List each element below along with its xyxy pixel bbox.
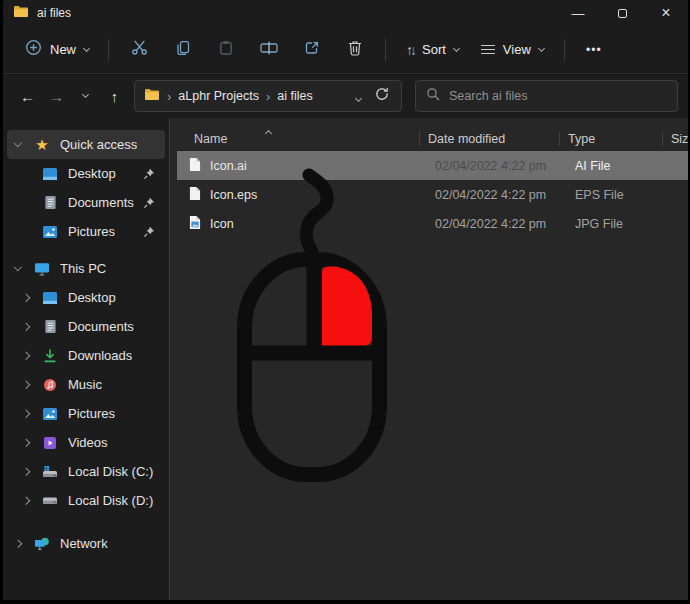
sidebar-item-local-disk-d[interactable]: Local Disk (D:) bbox=[7, 486, 165, 515]
back-button[interactable]: ← bbox=[13, 81, 42, 111]
sidebar-item-local-disk-c[interactable]: Local Disk (C:) bbox=[7, 457, 165, 486]
title-bar: ai files — × bbox=[3, 0, 688, 26]
folder-icon bbox=[144, 87, 160, 105]
close-button[interactable]: × bbox=[644, 0, 688, 26]
share-button[interactable] bbox=[290, 33, 333, 67]
chevron-right-icon[interactable] bbox=[22, 468, 30, 476]
up-arrow-icon: ↑ bbox=[111, 88, 119, 105]
chevron-right-icon[interactable] bbox=[22, 410, 30, 418]
pin-icon bbox=[143, 226, 155, 238]
delete-button[interactable] bbox=[333, 33, 376, 67]
downloads-icon bbox=[40, 349, 60, 363]
sidebar-item-label: Network bbox=[60, 536, 108, 551]
column-label: Size bbox=[671, 132, 688, 146]
column-header-date-modified[interactable]: Date modified bbox=[419, 126, 559, 151]
plus-circle-icon bbox=[25, 39, 42, 60]
file-name: Icon.ai bbox=[210, 159, 247, 173]
window-title: ai files bbox=[37, 6, 71, 20]
sidebar-item-desktop-pinned[interactable]: Desktop bbox=[7, 159, 165, 188]
sort-button[interactable]: ↑↓ Sort bbox=[395, 33, 470, 67]
videos-icon bbox=[40, 436, 60, 450]
file-type: EPS File bbox=[566, 188, 669, 202]
column-header-type[interactable]: Type bbox=[559, 126, 662, 151]
screenshot-frame: ai files — × New bbox=[0, 0, 690, 604]
maximize-icon bbox=[618, 9, 627, 18]
sidebar-item-label: Documents bbox=[68, 195, 134, 210]
sidebar-item-label: Desktop bbox=[68, 166, 116, 181]
pictures-icon bbox=[40, 225, 60, 239]
recent-locations-button[interactable] bbox=[71, 81, 100, 111]
sidebar-item-desktop[interactable]: Desktop bbox=[7, 283, 165, 312]
share-icon bbox=[304, 40, 320, 60]
disk-windows-icon bbox=[40, 465, 60, 479]
rename-button[interactable] bbox=[247, 33, 290, 67]
sidebar-item-videos[interactable]: Videos bbox=[7, 428, 165, 457]
sidebar-item-label: Pictures bbox=[68, 406, 115, 421]
sidebar-item-label: Downloads bbox=[68, 348, 132, 363]
chevron-right-icon[interactable] bbox=[22, 352, 30, 360]
maximize-button[interactable] bbox=[600, 0, 644, 26]
file-icon bbox=[189, 157, 201, 175]
view-button[interactable]: View bbox=[470, 33, 555, 67]
minimize-icon: — bbox=[572, 6, 585, 21]
column-headers: Name Date modified Type Size bbox=[170, 126, 688, 151]
file-date-modified: 02/04/2022 4:22 pm bbox=[426, 159, 566, 173]
breadcrumb-separator: › bbox=[167, 89, 171, 104]
file-row-icon-eps[interactable]: Icon.eps 02/04/2022 4:22 pm EPS File bbox=[177, 180, 688, 209]
file-row-icon-jpg[interactable]: Icon 02/04/2022 4:22 pm JPG File bbox=[177, 209, 688, 238]
refresh-button[interactable] bbox=[367, 87, 392, 105]
breadcrumb-separator: › bbox=[266, 89, 270, 104]
toolbar-separator bbox=[564, 39, 565, 61]
pin-icon bbox=[143, 168, 155, 180]
search-box[interactable] bbox=[415, 80, 678, 112]
chevron-right-icon[interactable] bbox=[22, 439, 30, 447]
sidebar-item-documents-pinned[interactable]: Documents bbox=[7, 188, 165, 217]
address-dropdown-button[interactable] bbox=[350, 87, 367, 105]
file-row-icon-ai[interactable]: Icon.ai 02/04/2022 4:22 pm AI File bbox=[177, 151, 688, 180]
mouse-right-button-highlight bbox=[322, 267, 372, 347]
desktop-icon bbox=[40, 167, 60, 181]
music-icon bbox=[40, 378, 60, 392]
chevron-right-icon[interactable] bbox=[14, 540, 22, 548]
chevron-right-icon[interactable] bbox=[22, 497, 30, 505]
file-name: Icon.eps bbox=[210, 188, 257, 202]
breadcrumb-segment-parent[interactable]: aLphr Projects bbox=[178, 89, 259, 103]
sidebar-item-label: Local Disk (D:) bbox=[68, 493, 153, 508]
search-input[interactable] bbox=[449, 89, 667, 103]
copy-button[interactable] bbox=[161, 33, 204, 67]
sidebar-item-quick-access[interactable]: ★ Quick access bbox=[7, 130, 165, 159]
sidebar-item-label: Music bbox=[68, 377, 102, 392]
chevron-down-icon bbox=[355, 95, 362, 102]
sidebar-item-network[interactable]: Network bbox=[7, 529, 165, 558]
forward-arrow-icon: → bbox=[49, 88, 64, 105]
paste-button[interactable] bbox=[204, 33, 247, 67]
chevron-right-icon[interactable] bbox=[22, 381, 30, 389]
sidebar-item-label: Videos bbox=[68, 435, 108, 450]
column-header-name[interactable]: Name bbox=[170, 126, 419, 151]
sidebar-item-pictures-pinned[interactable]: Pictures bbox=[7, 217, 165, 246]
more-options-button[interactable]: ••• bbox=[574, 33, 614, 67]
chevron-down-icon[interactable] bbox=[14, 263, 22, 271]
address-bar[interactable]: › aLphr Projects › ai files bbox=[134, 80, 402, 112]
address-row: ← → ↑ › aLphr Projects › ai files bbox=[3, 74, 688, 118]
sidebar-item-documents[interactable]: Documents bbox=[7, 312, 165, 341]
chevron-down-icon[interactable] bbox=[14, 139, 22, 147]
column-label: Type bbox=[568, 132, 595, 146]
sidebar-item-this-pc[interactable]: This PC bbox=[7, 254, 165, 283]
sidebar-item-music[interactable]: Music bbox=[7, 370, 165, 399]
sidebar-item-pictures[interactable]: Pictures bbox=[7, 399, 165, 428]
chevron-right-icon[interactable] bbox=[22, 294, 30, 302]
new-button[interactable]: New bbox=[15, 33, 99, 67]
cut-button[interactable] bbox=[118, 33, 161, 67]
search-icon bbox=[426, 87, 440, 105]
forward-button[interactable]: → bbox=[42, 81, 71, 111]
breadcrumb-segment-current[interactable]: ai files bbox=[277, 89, 312, 103]
chevron-right-icon[interactable] bbox=[22, 323, 30, 331]
documents-icon bbox=[40, 319, 60, 334]
refresh-icon bbox=[375, 87, 389, 105]
column-label: Name bbox=[194, 132, 227, 146]
up-button[interactable]: ↑ bbox=[100, 81, 129, 111]
column-header-size[interactable]: Size bbox=[662, 126, 688, 151]
sidebar-item-downloads[interactable]: Downloads bbox=[7, 341, 165, 370]
minimize-button[interactable]: — bbox=[556, 0, 600, 26]
